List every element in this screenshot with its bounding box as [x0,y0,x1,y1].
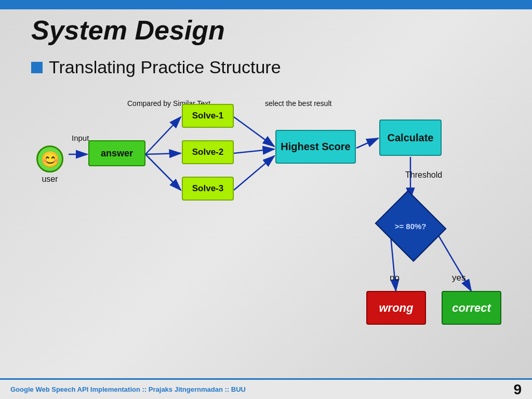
solve-box-1: Solve-1 [182,104,234,128]
slide: System Design Translating Practice Struc… [0,0,532,399]
diamond-label: >= 80%? [395,222,427,231]
solve-box-2: Solve-2 [182,140,234,164]
svg-line-6 [234,117,274,147]
no-label: no [390,273,400,283]
diamond-shape: >= 80%? [375,190,446,262]
bottom-bar: Google Web Speech API Implementation :: … [0,378,532,399]
svg-line-5 [145,154,181,190]
svg-line-8 [234,156,274,190]
threshold-label: Threshold [405,170,442,180]
answer-box: answer [88,140,145,166]
svg-line-7 [234,149,274,153]
diagram: Compared by Similar Text select the best… [26,88,514,358]
subtitle-container: Translating Practice Structure [31,57,281,77]
svg-line-9 [356,138,378,148]
correct-box: correct [442,291,501,325]
subtitle-text: Translating Practice Structure [49,57,281,77]
input-label: Input [72,134,89,142]
user-icon: 😊 [36,145,63,172]
footer-text: Google Web Speech API Implementation :: … [10,385,246,393]
diamond-container: >= 80%? [379,200,442,252]
wrong-box: wrong [366,291,426,325]
svg-line-3 [145,117,181,154]
user-figure: 😊 user [36,145,63,184]
select-label: select the best result [265,99,331,109]
user-label: user [42,175,58,184]
page-number: 9 [513,381,522,398]
solve-box-3: Solve-3 [182,177,234,201]
calculate-box: Calculate [379,119,442,156]
top-bar [0,0,532,9]
highest-score-box: Highest Score [275,130,356,164]
subtitle-bullet [31,62,43,73]
yes-label: yes [452,273,466,283]
svg-line-4 [145,153,181,154]
slide-title: System Design [31,15,225,46]
